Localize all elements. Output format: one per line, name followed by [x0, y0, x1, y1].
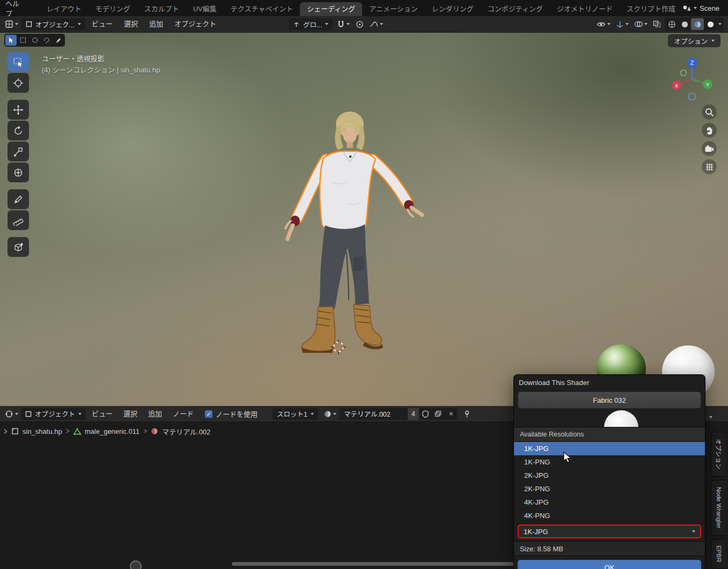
select-mode-tweak[interactable]: [5, 35, 17, 46]
tool-measure[interactable]: [8, 210, 29, 230]
breadcrumb-material[interactable]: マテリアル.002: [162, 426, 210, 437]
menu-select[interactable]: 選択: [119, 406, 142, 422]
menu-help[interactable]: ヘルプ: [0, 0, 28, 18]
fake-user-shield-button[interactable]: [419, 408, 432, 420]
zoom-button[interactable]: [702, 105, 717, 120]
menu-add[interactable]: 追加: [144, 16, 168, 32]
workspace-tab[interactable]: テクスチャペイント: [224, 2, 300, 16]
character-model[interactable]: [263, 97, 435, 375]
show-overlays-dropdown[interactable]: [633, 19, 649, 29]
resolution-option[interactable]: 1K-PNG: [514, 455, 705, 469]
shader-mode-dropdown[interactable]: オブジェクト: [21, 408, 86, 420]
tool-add-cube[interactable]: [8, 237, 29, 257]
tool-cursor[interactable]: [8, 73, 29, 93]
shader-name-button[interactable]: Fabric 032: [518, 391, 701, 409]
menu-node[interactable]: ノード: [168, 406, 198, 422]
chevron-down-icon[interactable]: [718, 23, 722, 25]
orientation-label: グロ...: [303, 19, 322, 29]
breadcrumb-object[interactable]: sin_shatu.hp: [23, 427, 62, 435]
popup-preview-strip: [514, 409, 705, 427]
camera-view-button[interactable]: [702, 141, 717, 156]
shading-wireframe-button[interactable]: [665, 18, 678, 30]
pin-button[interactable]: [462, 409, 472, 419]
viewport-3d[interactable]: オプション ユーザー・透視投影 (4) シーンコレクション | sin_shat…: [0, 33, 728, 406]
tool-options-button[interactable]: オプション: [668, 34, 720, 47]
chevron-down-icon: [644, 23, 648, 25]
tool-select-box[interactable]: [8, 52, 29, 72]
hand-icon: [705, 126, 714, 135]
unlink-material-button[interactable]: ×: [445, 408, 458, 420]
show-gizmo-dropdown[interactable]: [614, 19, 630, 29]
material-name-field[interactable]: マテリアル.002: [339, 408, 408, 420]
active-collection-label: (4) シーンコレクション | sin_shatu.hp: [42, 64, 160, 75]
use-nodes-toggle[interactable]: ✓ ノードを使用: [205, 409, 258, 419]
tool-move[interactable]: [8, 100, 29, 120]
menu-add[interactable]: 追加: [143, 406, 167, 422]
menu-object[interactable]: オブジェクト: [170, 16, 221, 32]
menu-view[interactable]: ビュー: [87, 406, 117, 422]
ok-button[interactable]: OK: [518, 560, 701, 569]
download-shader-popup: Download This Shader Fabric 032 Availabl…: [513, 374, 705, 569]
viewport-header-center: グロ...: [289, 18, 385, 30]
tool-annotate[interactable]: [8, 189, 29, 209]
editor-type-button[interactable]: [3, 19, 20, 29]
tool-rotate[interactable]: [8, 121, 29, 141]
n-panel-collapse-button[interactable]: [709, 411, 712, 420]
navigation-gizmo[interactable]: Z X Y: [668, 56, 716, 103]
workspace-tab[interactable]: コンポジティング: [481, 2, 550, 16]
pan-button[interactable]: [702, 123, 717, 138]
resolution-option[interactable]: 1K-JPG: [514, 442, 705, 455]
breadcrumb-mesh[interactable]: male_generic.011: [85, 427, 139, 435]
shading-solid-button[interactable]: [678, 18, 691, 30]
select-mode-paint[interactable]: [53, 35, 64, 46]
chevron-down-icon: [711, 40, 715, 42]
shading-material-button[interactable]: [691, 18, 704, 30]
workspace-tab-shading[interactable]: シェーディング: [300, 2, 362, 16]
gizmo-y-label: Y: [706, 82, 709, 87]
menu-view[interactable]: ビュー: [87, 16, 117, 32]
resolution-dropdown[interactable]: 1K-JPG: [518, 524, 701, 538]
workspace-tab[interactable]: ジオメトリノード: [550, 2, 620, 16]
resolution-option[interactable]: 4K-PNG: [514, 509, 705, 522]
shading-rendered-button[interactable]: [704, 18, 717, 30]
side-tab-options[interactable]: オプション: [711, 432, 726, 477]
menu-select[interactable]: 選択: [119, 16, 143, 32]
material-user-count[interactable]: 4: [408, 408, 419, 420]
editor-type-button[interactable]: [3, 409, 20, 419]
transform-orientation-dropdown[interactable]: グロ...: [289, 18, 333, 30]
select-mode-circle[interactable]: [29, 35, 40, 46]
resolution-option[interactable]: 2K-PNG: [514, 482, 705, 496]
scene-selector[interactable]: Scene: [682, 4, 728, 12]
workspace-tab[interactable]: レイアウト: [40, 2, 89, 16]
resolution-option[interactable]: 4K-JPG: [514, 496, 705, 509]
breadcrumb-separator: >: [66, 427, 70, 435]
file-size-label: Size: 8.58 MB: [514, 541, 705, 556]
object-visibility-dropdown[interactable]: [595, 20, 612, 29]
xray-toggle[interactable]: [651, 19, 663, 29]
falloff-dropdown[interactable]: [368, 19, 385, 29]
duplicate-material-button[interactable]: [432, 408, 445, 420]
workspace-tab[interactable]: スカルプト: [137, 2, 186, 16]
material-browse-dropdown[interactable]: [322, 409, 338, 419]
interaction-mode-dropdown[interactable]: オブジェク...: [21, 18, 85, 30]
material-slot-dropdown[interactable]: スロット1: [273, 408, 318, 420]
workspace-tab[interactable]: スクリプト作成: [620, 2, 682, 16]
select-mode-box[interactable]: [17, 35, 28, 46]
side-tab-node-wrangler[interactable]: Node Wrangler: [711, 480, 726, 536]
workspace-tab[interactable]: UV編集: [186, 2, 224, 16]
side-tab-epbr[interactable]: EPBR: [711, 539, 726, 569]
select-mode-lasso[interactable]: [41, 35, 52, 46]
workspace-tab[interactable]: レンダリング: [425, 2, 481, 16]
tool-transform[interactable]: [8, 162, 29, 182]
chevron-down-icon: [692, 530, 695, 533]
workspace-tab[interactable]: アニメーション: [362, 2, 424, 16]
resolution-option[interactable]: 2K-JPG: [514, 469, 705, 482]
gizmo-icon: [616, 20, 624, 28]
workspace-tab[interactable]: モデリング: [89, 2, 137, 16]
snap-toggle-button[interactable]: [335, 19, 351, 29]
perspective-toggle-button[interactable]: [702, 159, 717, 174]
breadcrumb-expand-icon[interactable]: [3, 428, 8, 434]
toolbar-gap: [8, 183, 29, 188]
proportional-edit-button[interactable]: [354, 19, 365, 29]
tool-scale[interactable]: [8, 142, 29, 161]
